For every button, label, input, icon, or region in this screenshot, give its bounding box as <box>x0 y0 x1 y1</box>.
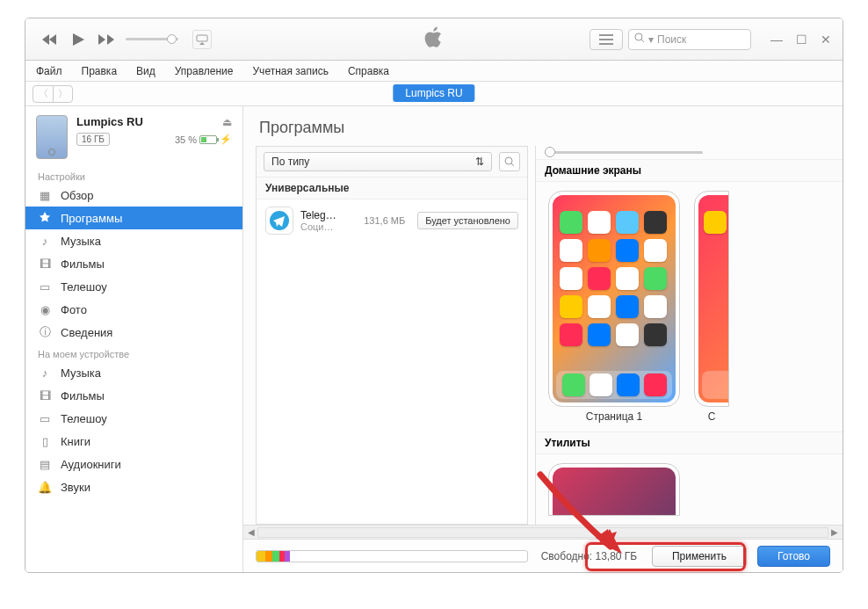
minimize-button[interactable]: — <box>767 30 786 49</box>
storage-bar <box>256 550 528 562</box>
done-button[interactable]: Готово <box>757 546 830 567</box>
menu-account[interactable]: Учетная запись <box>250 63 332 79</box>
movies-icon: 🎞 <box>38 388 52 402</box>
sidebar-item-movies[interactable]: 🎞Фильмы <box>25 252 242 275</box>
apple-logo-icon <box>424 26 444 53</box>
sidebar-item-tv[interactable]: ▭Телешоу <box>25 275 242 298</box>
chevron-down-icon: ▾ <box>648 33 654 46</box>
volume-slider[interactable] <box>126 38 178 40</box>
homescreens-pane: Домашние экраны <box>535 146 843 525</box>
tones-icon: 🔔 <box>38 480 52 494</box>
movies-icon: 🎞 <box>38 257 52 271</box>
play-button[interactable] <box>64 25 92 54</box>
device-pill[interactable]: Lumpics RU <box>393 84 474 102</box>
eject-button[interactable]: ⏏ <box>222 116 232 128</box>
app-name: Teleg… <box>300 209 357 221</box>
svg-point-2 <box>505 157 512 164</box>
sidebar-header-ondevice: На моем устройстве <box>25 344 242 361</box>
nav-toolbar: 〈 〉 Lumpics RU <box>25 82 843 106</box>
prev-button[interactable] <box>40 29 61 50</box>
sidebar-item-overview[interactable]: ▦Обзор <box>25 184 242 207</box>
next-button[interactable] <box>96 29 117 50</box>
storage-meter: Свободно: 13,80 ГБ <box>256 550 641 562</box>
category-header: Универсальные <box>257 177 527 199</box>
app-size: 131,6 МБ <box>364 215 405 226</box>
menubar: Файл Правка Вид Управление Учетная запис… <box>25 61 843 82</box>
app-row[interactable]: Teleg… Соци… 131,6 МБ Будет установлено <box>257 199 527 242</box>
main-panel: Программы По типу ⇅ Универсальные <box>243 106 843 572</box>
audiobooks-icon: ▤ <box>38 457 52 471</box>
battery-icon <box>199 135 217 144</box>
sidebar-header-settings: Настройки <box>25 166 242 184</box>
utilities-header: Утилиты <box>536 431 843 454</box>
menu-view[interactable]: Вид <box>133 63 159 79</box>
sidebar-item-photo[interactable]: ◉Фото <box>25 298 242 321</box>
maximize-button[interactable]: ☐ <box>792 30 811 49</box>
nav-back-button[interactable]: 〈 <box>33 86 53 102</box>
sidebar-item-od-tv[interactable]: ▭Телешоу <box>25 407 242 430</box>
sidebar-item-od-music[interactable]: ♪Музыка <box>25 361 242 384</box>
search-placeholder: Поиск <box>657 33 686 46</box>
books-icon: ▯ <box>38 434 52 448</box>
tv-icon: ▭ <box>38 279 52 294</box>
sidebar-item-apps[interactable]: Программы <box>25 207 242 229</box>
svg-point-1 <box>635 33 642 40</box>
itunes-window: ▾ Поиск — ☐ ✕ Файл Правка Вид Управление… <box>25 18 843 573</box>
list-view-button[interactable] <box>590 29 623 50</box>
apps-search-input[interactable] <box>499 152 520 171</box>
music-icon: ♪ <box>38 366 52 380</box>
content: Lumpics RU ⏏ 16 ГБ 35 % ⚡ Настройки ▦Обз… <box>25 106 843 572</box>
apps-icon <box>38 211 52 225</box>
page-label-1: Страница 1 <box>586 410 642 423</box>
apps-list-pane: По типу ⇅ Универсальные Teleg… Соци… 131… <box>256 146 528 525</box>
homescreens-header: Домашние экраны <box>536 159 843 182</box>
sidebar-item-od-tones[interactable]: 🔔Звуки <box>25 475 242 498</box>
zoom-slider[interactable] <box>545 151 703 154</box>
app-install-button[interactable]: Будет установлено <box>417 212 518 229</box>
type-filter-select[interactable]: По типу ⇅ <box>264 152 492 171</box>
tv-icon: ▭ <box>38 411 52 425</box>
photo-icon: ◉ <box>38 302 52 316</box>
sidebar-item-music[interactable]: ♪Музыка <box>25 229 242 252</box>
menu-controls[interactable]: Управление <box>171 63 237 79</box>
sidebar-item-info[interactable]: ⓘСведения <box>25 321 242 344</box>
homescreen-page-1[interactable] <box>548 191 680 407</box>
sidebar-item-od-books[interactable]: ▯Книги <box>25 430 242 453</box>
device-thumb-icon <box>36 115 68 159</box>
free-space-label: Свободно: 13,80 ГБ <box>537 550 641 562</box>
nav-forward-button[interactable]: 〉 <box>53 86 72 102</box>
updown-icon: ⇅ <box>475 156 484 168</box>
app-subtitle: Соци… <box>300 221 357 232</box>
svg-rect-0 <box>197 35 207 41</box>
close-button[interactable]: ✕ <box>816 30 835 49</box>
info-icon: ⓘ <box>38 325 52 339</box>
menu-file[interactable]: Файл <box>33 63 66 79</box>
homescreen-page-2[interactable] <box>694 191 729 407</box>
apply-button[interactable]: Применить <box>652 546 747 567</box>
device-battery: 35 % ⚡ <box>175 134 232 145</box>
music-icon: ♪ <box>38 234 52 248</box>
telegram-icon <box>265 207 293 235</box>
device-name: Lumpics RU <box>76 115 143 128</box>
page-label-2: С <box>708 410 716 423</box>
menu-edit[interactable]: Правка <box>78 63 121 79</box>
sidebar-item-od-audiobooks[interactable]: ▤Аудиокниги <box>25 453 242 475</box>
playback-controls <box>40 25 212 54</box>
menu-help[interactable]: Справка <box>344 63 393 79</box>
utilities-folder[interactable] <box>548 463 680 516</box>
device-block: Lumpics RU ⏏ 16 ГБ 35 % ⚡ <box>25 106 242 166</box>
device-capacity: 16 ГБ <box>76 133 110 146</box>
titlebar: ▾ Поиск — ☐ ✕ <box>25 18 843 61</box>
main-title: Программы <box>243 106 843 146</box>
overview-icon: ▦ <box>38 188 52 202</box>
sidebar: Lumpics RU ⏏ 16 ГБ 35 % ⚡ Настройки ▦Обз… <box>25 106 243 572</box>
sidebar-item-od-movies[interactable]: 🎞Фильмы <box>25 384 242 407</box>
search-icon <box>634 33 645 46</box>
airplay-button[interactable] <box>192 30 212 49</box>
search-input[interactable]: ▾ Поиск <box>628 29 751 50</box>
horizontal-scrollbar[interactable]: ◀▶ <box>243 525 843 539</box>
bottom-bar: Свободно: 13,80 ГБ Применить Готово <box>243 539 843 572</box>
